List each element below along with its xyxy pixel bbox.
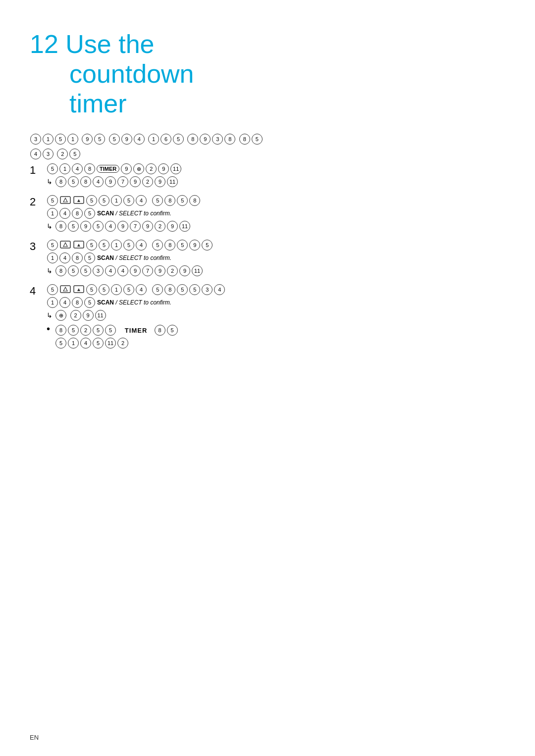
scan-select-text-4: SCAN / SELECT to confirm. — [97, 299, 171, 306]
step-2-number: 2 — [30, 196, 42, 208]
nav-icon-3 — [60, 285, 71, 295]
seq-badge: 9 — [200, 134, 211, 145]
nav-icon — [60, 196, 71, 205]
step-4-arrow-line: ↳ ⊕ 2 9 11 — [47, 309, 505, 321]
step-1-line-1: 5 1 4 8 TIMER 9 ⊕ 2 9 11 — [47, 163, 505, 175]
scan-select-text-3: SCAN / SELECT to confirm. — [97, 254, 171, 261]
step-4-bullet: • 8 5 2 5 5 TIMER 8 5 — [47, 324, 505, 350]
up-icon: ▲ — [73, 196, 84, 205]
seq-badge: 3 — [30, 134, 41, 145]
timer-badge: TIMER — [97, 165, 119, 173]
step-1-number: 1 — [30, 164, 42, 177]
seq-badge: 8 — [187, 134, 198, 145]
step-3-line-1: 5 ▲ 5 5 1 5 4 — [47, 239, 505, 251]
seq-badge: 8 — [224, 134, 235, 145]
up-icon-2: ▲ — [73, 241, 84, 250]
step-3: 3 5 ▲ 5 5 1 5 — [30, 239, 505, 277]
seq-badge: 5 — [55, 134, 66, 145]
seq-badge: 5 — [173, 134, 184, 145]
seq-badge: 1 — [67, 134, 78, 145]
step-1-content: 5 1 4 8 TIMER 9 ⊕ 2 9 11 ↳ 8 5 8 4 9 7 9… — [47, 163, 505, 188]
chapter-number: 12 — [30, 30, 58, 58]
bullet-line-1: 8 5 2 5 5 TIMER 8 5 — [55, 324, 505, 336]
seq-badge: 1 — [148, 134, 159, 145]
page-title: 12 Use the countdown timer — [30, 20, 505, 118]
bullet-dot: • — [47, 323, 50, 335]
svg-marker-9 — [63, 287, 67, 291]
step-4-content: 5 ▲ 5 5 1 5 4 — [47, 284, 505, 350]
step-4-line-2: 1 4 8 5 SCAN / SELECT to confirm. — [47, 297, 505, 308]
bullet-line-2: 5 1 4 5 11 2 — [55, 337, 505, 349]
nav-icon-2 — [60, 241, 71, 250]
step-2-content: 5 ▲ 5 5 1 5 — [47, 195, 505, 232]
step-4-line-1: 5 ▲ 5 5 1 5 4 — [47, 284, 505, 296]
step-1-arrow-line: ↳ 8 5 8 4 9 7 9 2 9 11 — [47, 176, 505, 188]
svg-text:▲: ▲ — [76, 198, 81, 203]
scan-select-text: SCAN / SELECT to confirm. — [97, 210, 171, 217]
seq-badge: 8 — [239, 134, 250, 145]
language-label: EN — [30, 734, 39, 741]
step-2: 2 5 ▲ 5 5 — [30, 195, 505, 232]
step-3-arrow-line: ↳ 8 5 5 3 4 4 9 7 9 2 9 11 — [47, 265, 505, 277]
step-2-arrow-line: ↳ 8 5 9 5 4 9 7 9 2 9 11 — [47, 220, 505, 232]
svg-marker-5 — [63, 243, 67, 247]
seq-badge: 1 — [43, 134, 54, 145]
svg-text:▲: ▲ — [76, 242, 81, 248]
sequence-top-2: 4 3 2 5 — [30, 148, 505, 160]
step-2-line-1: 5 ▲ 5 5 1 5 — [47, 195, 505, 206]
seq-badge: 6 — [160, 134, 171, 145]
step-4-number: 4 — [30, 285, 42, 298]
sequence-top: 3 1 5 1 9 5 5 9 4 1 6 5 8 9 3 8 8 5 — [30, 133, 505, 145]
seq-badge: 3 — [43, 149, 54, 159]
bullet-content: 8 5 2 5 5 TIMER 8 5 5 1 4 — [55, 324, 505, 350]
timer-text: TIMER — [125, 327, 147, 334]
step-3-line-2: 1 4 8 5 SCAN / SELECT to confirm. — [47, 252, 505, 264]
step-4: 4 5 ▲ 5 5 1 5 — [30, 284, 505, 350]
seq-badge: 9 — [121, 134, 132, 145]
seq-badge: 5 — [69, 149, 80, 159]
instruction-area: 3 1 5 1 9 5 5 9 4 1 6 5 8 9 3 8 8 5 4 3 … — [30, 133, 505, 350]
step-2-line-2: 1 4 8 5 SCAN / SELECT to confirm. — [47, 207, 505, 219]
seq-badge: 4 — [30, 149, 41, 159]
seq-badge: 5 — [109, 134, 120, 145]
seq-badge: 4 — [134, 134, 145, 145]
up-icon-3: ▲ — [73, 285, 84, 295]
step-1: 1 5 1 4 8 TIMER 9 ⊕ 2 9 11 ↳ 8 5 8 4 9 — [30, 163, 505, 188]
seq-badge: 9 — [82, 134, 93, 145]
title-text2: countdown — [69, 59, 194, 88]
seq-badge: 5 — [252, 134, 263, 145]
seq-badge: 2 — [57, 149, 68, 159]
step-3-number: 3 — [30, 240, 42, 253]
step-3-content: 5 ▲ 5 5 1 5 4 — [47, 239, 505, 277]
seq-badge: 3 — [212, 134, 223, 145]
title-text1: Use the — [65, 30, 154, 58]
svg-text:▲: ▲ — [76, 287, 81, 292]
title-text3: timer — [69, 89, 127, 118]
svg-marker-1 — [63, 198, 67, 202]
seq-badge: 5 — [94, 134, 105, 145]
